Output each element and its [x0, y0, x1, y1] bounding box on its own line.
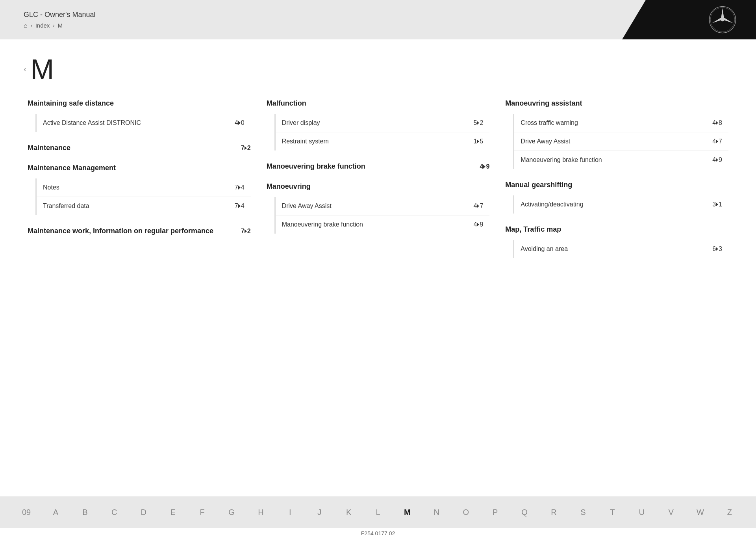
alpha-09[interactable]: 09 — [12, 505, 41, 520]
alpha-C[interactable]: C — [100, 505, 129, 520]
alpha-B[interactable]: B — [70, 505, 100, 520]
malfunction-entries: Driver display 52 Restraint system 15 — [274, 114, 490, 150]
footer-code-text: F254 0177 02 — [361, 530, 395, 535]
section-title-mwork: Maintenance work, Information on regular… — [28, 227, 251, 235]
entry-page: 15 — [474, 138, 484, 145]
alpha-K[interactable]: K — [334, 505, 363, 520]
page-arrow — [716, 202, 718, 206]
entry-page: 40 — [235, 119, 245, 126]
page-arrow — [477, 121, 479, 125]
section-title-mgear: Manual gearshifting — [505, 181, 728, 189]
section-manoeuvring: Manoeuvring Drive Away Assist 47 Manoeuv… — [267, 182, 490, 234]
section-maintenance-work: Maintenance work, Information on regular… — [28, 227, 251, 235]
section-title-map: Map, Traffic map — [505, 225, 728, 234]
entry-page: 52 — [474, 119, 484, 126]
section-maintenance-management: Maintenance Management Notes 74 Transfer… — [28, 164, 251, 215]
page-arrow — [716, 158, 718, 162]
list-item[interactable]: Manoeuvering brake function 49 — [276, 215, 490, 234]
list-item[interactable]: Manoeuvering brake function 49 — [514, 151, 728, 169]
alpha-F[interactable]: F — [187, 505, 217, 520]
list-item[interactable]: Drive Away Assist 47 — [276, 197, 490, 215]
alpha-P[interactable]: P — [480, 505, 510, 520]
manual-title: GLC - Owner's Manual — [24, 11, 96, 19]
map-entries: Avoiding an area 63 — [513, 240, 728, 258]
current-letter: M — [30, 55, 54, 84]
mgear-entries: Activating/deactivating 31 — [513, 195, 728, 214]
alpha-H[interactable]: H — [246, 505, 275, 520]
index-columns: Maintaining safe distance Active Distanc… — [24, 99, 732, 270]
alpha-D[interactable]: D — [129, 505, 158, 520]
section-title-manoeuvring: Manoeuvring — [267, 182, 490, 191]
alpha-I[interactable]: I — [276, 505, 305, 520]
alpha-M[interactable]: M — [393, 505, 422, 520]
manoeuvring-entries: Drive Away Assist 47 Manoeuvering brake … — [274, 197, 490, 234]
massist-entries: Cross traffic warning 48 Drive Away Assi… — [513, 114, 728, 169]
list-item[interactable]: Notes 74 — [37, 178, 251, 197]
alpha-A[interactable]: A — [41, 505, 70, 520]
section-maintaining-safe-distance: Maintaining safe distance Active Distanc… — [28, 99, 251, 132]
entry-label: Driver display — [282, 119, 470, 126]
breadcrumb-index[interactable]: Index — [35, 22, 50, 29]
page-arrow — [716, 121, 718, 125]
alpha-S[interactable]: S — [569, 505, 598, 520]
entry-label: Drive Away Assist — [521, 138, 708, 145]
alpha-T[interactable]: T — [598, 505, 627, 520]
header-left: GLC - Owner's Manual ⌂ › Index › M — [24, 11, 96, 29]
entry-label: Manoeuvering brake function — [282, 221, 470, 228]
breadcrumb-sep-1: › — [31, 23, 32, 28]
home-icon[interactable]: ⌂ — [24, 22, 28, 29]
alpha-Z[interactable]: Z — [715, 505, 744, 520]
list-item[interactable]: Driver display 52 — [276, 114, 490, 132]
section-title-massist: Manoeuvring assistant — [505, 99, 728, 108]
entry-page: 47 — [712, 138, 722, 145]
logo-area — [622, 0, 756, 39]
list-item[interactable]: Activating/deactivating 31 — [514, 195, 728, 214]
list-item[interactable]: Active Distance Assist DISTRONIC 40 — [37, 114, 251, 132]
main-content: ‹ M Maintaining safe distance Active Dis… — [0, 39, 756, 496]
alpha-Q[interactable]: Q — [510, 505, 539, 520]
alpha-L[interactable]: L — [363, 505, 393, 520]
list-item[interactable]: Avoiding an area 63 — [514, 240, 728, 258]
page-arrow — [477, 204, 479, 208]
page-arrow — [238, 121, 241, 125]
section-title-maintenance: Maintenance 72 — [28, 144, 251, 152]
entry-page: 49 — [712, 156, 722, 163]
entry-page: 74 — [235, 184, 245, 191]
page-letter-nav: ‹ M — [24, 55, 732, 84]
entry-label: Activating/deactivating — [521, 201, 708, 208]
alpha-N[interactable]: N — [422, 505, 451, 520]
alphabet-nav: 09 A B C D E F G H I J K L M N O P Q R S… — [0, 496, 756, 528]
list-item[interactable]: Drive Away Assist 47 — [514, 132, 728, 151]
entry-page: 49 — [474, 221, 484, 228]
section-page: 72 — [241, 145, 251, 152]
section-title-mgt: Maintenance Management — [28, 164, 251, 172]
alpha-U[interactable]: U — [627, 505, 656, 520]
alpha-R[interactable]: R — [539, 505, 568, 520]
section-page: 72 — [241, 228, 251, 235]
alpha-O[interactable]: O — [451, 505, 480, 520]
breadcrumb: ⌂ › Index › M — [24, 22, 96, 29]
entry-page: 31 — [712, 201, 722, 208]
column-3: Manoeuvring assistant Cross traffic warn… — [505, 99, 728, 270]
alpha-G[interactable]: G — [217, 505, 246, 520]
list-item[interactable]: Restraint system 15 — [276, 132, 490, 150]
entry-page: 48 — [712, 119, 722, 126]
prev-letter-arrow[interactable]: ‹ — [24, 64, 26, 74]
alpha-V[interactable]: V — [656, 505, 686, 520]
column-1: Maintaining safe distance Active Distanc… — [28, 99, 251, 270]
page-arrow — [238, 204, 241, 208]
alpha-E[interactable]: E — [158, 505, 187, 520]
list-item[interactable]: Transferred data 74 — [37, 197, 251, 215]
section-page: 49 — [480, 163, 490, 170]
header: GLC - Owner's Manual ⌂ › Index › M — [0, 0, 756, 39]
entry-page: 74 — [235, 202, 245, 210]
list-item[interactable]: Cross traffic warning 48 — [514, 114, 728, 132]
entry-label: Notes — [43, 184, 231, 191]
page-arrow — [716, 247, 718, 251]
alpha-W[interactable]: W — [686, 505, 715, 520]
alpha-J[interactable]: J — [305, 505, 334, 520]
page-arrow — [477, 139, 479, 143]
page-arrow — [477, 223, 479, 227]
entry-page: 47 — [474, 202, 484, 210]
page-arrow — [245, 229, 247, 233]
